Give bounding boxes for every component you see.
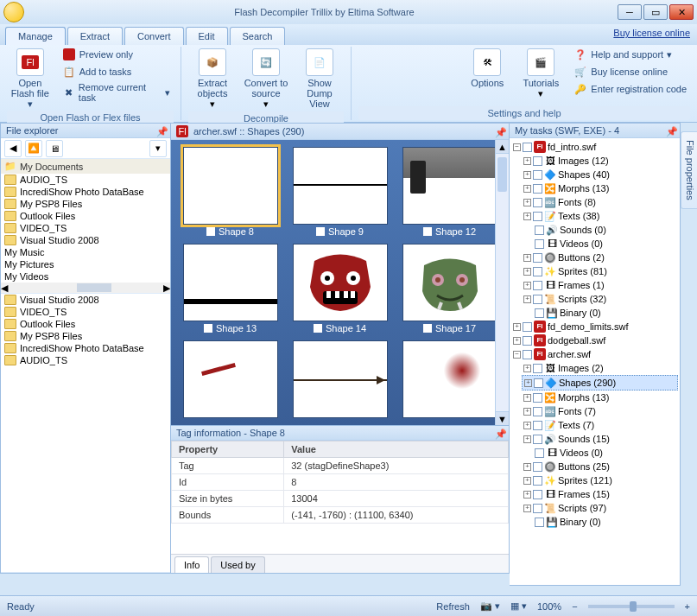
checkbox[interactable] xyxy=(533,295,542,304)
shape-thumbnail[interactable]: Shape 13 xyxy=(178,244,282,335)
maximize-button[interactable]: ▭ xyxy=(643,4,668,20)
expander-icon[interactable]: + xyxy=(523,505,531,512)
tab-manage[interactable]: Manage xyxy=(5,27,66,45)
fe-up-button[interactable]: 🔼 xyxy=(25,140,42,157)
folder-item[interactable]: AUDIO_TS xyxy=(1,174,170,186)
task-category[interactable]: +✨Sprites (81) xyxy=(522,264,678,278)
refresh-button[interactable]: Refresh xyxy=(436,601,470,612)
checkbox[interactable] xyxy=(533,184,542,194)
checkbox[interactable] xyxy=(533,393,542,403)
task-category[interactable]: 🎞Videos (0) xyxy=(522,237,678,251)
checkbox[interactable] xyxy=(533,267,542,276)
tab-convert[interactable]: Convert xyxy=(124,27,184,45)
checkbox[interactable] xyxy=(533,198,542,207)
scroll-down-button[interactable]: ▼ xyxy=(496,411,509,425)
checkbox[interactable] xyxy=(535,518,544,527)
folder-item[interactable]: My Music xyxy=(1,246,170,258)
task-category[interactable]: 🎞Videos (0) xyxy=(522,446,678,460)
fe-desktop-button[interactable]: 🖥 xyxy=(46,140,63,157)
expander-icon[interactable]: + xyxy=(523,199,531,206)
folder-item[interactable]: VIDEO_TS xyxy=(1,222,170,234)
shape-checkbox[interactable] xyxy=(204,324,212,333)
expander-icon[interactable]: + xyxy=(523,491,531,499)
task-category[interactable]: +🔀Morphs (13) xyxy=(522,181,678,195)
scroll-up-button[interactable]: ▲ xyxy=(496,140,509,154)
task-category[interactable]: +🔀Morphs (13) xyxy=(522,391,678,404)
task-category[interactable]: +🎞Frames (1) xyxy=(522,278,678,292)
expander-icon[interactable]: + xyxy=(523,477,531,485)
checkbox[interactable] xyxy=(535,308,544,318)
folder-item[interactable]: Outlook Files xyxy=(1,318,170,330)
expander-icon[interactable]: + xyxy=(523,213,531,220)
convert-to-source-button[interactable]: 🔄Convert to source ▾ xyxy=(242,47,290,111)
expander-icon[interactable]: + xyxy=(523,394,531,402)
shape-thumbnail[interactable]: Shape 17 xyxy=(397,244,502,335)
checkbox[interactable] xyxy=(533,476,542,486)
task-category[interactable]: +📜Scripts (32) xyxy=(522,292,678,306)
folder-item[interactable]: My Pictures xyxy=(1,258,170,270)
folder-item[interactable]: My Videos xyxy=(1,270,170,283)
shape-checkbox[interactable] xyxy=(423,227,432,236)
checkbox[interactable] xyxy=(533,490,542,499)
checkbox[interactable] xyxy=(535,239,544,249)
zoom-slider[interactable] xyxy=(588,605,675,608)
shape-thumbnail[interactable] xyxy=(288,340,392,418)
expander-icon[interactable]: + xyxy=(513,323,521,331)
enter-reg-code-button[interactable]: 🔑Enter registration code xyxy=(570,81,690,97)
task-category[interactable]: +🔷Shapes (290) xyxy=(522,375,678,391)
expander-icon[interactable]: + xyxy=(523,254,531,262)
checkbox[interactable] xyxy=(533,462,542,472)
expander-icon[interactable]: + xyxy=(523,282,531,289)
folder-item[interactable]: IncrediShow Photo DataBase xyxy=(1,186,170,198)
file-properties-tab[interactable]: File properties xyxy=(681,131,697,209)
buy-license-link[interactable]: Buy license online xyxy=(613,28,690,38)
fe-back-button[interactable]: ◀ xyxy=(4,140,22,157)
checkbox[interactable] xyxy=(533,364,542,373)
checkbox[interactable] xyxy=(523,350,532,359)
task-category[interactable]: +✨Sprites (121) xyxy=(522,473,678,487)
minimize-button[interactable]: ─ xyxy=(618,4,642,20)
task-category[interactable]: +🔊Sounds (15) xyxy=(522,432,678,446)
expander-icon[interactable]: + xyxy=(523,268,531,276)
scroll-thumb[interactable] xyxy=(497,157,507,192)
task-category[interactable]: +🎞Frames (15) xyxy=(522,487,678,501)
expander-icon[interactable]: + xyxy=(523,171,531,179)
remove-task-button[interactable]: ✖Remove current task ▾ xyxy=(59,81,174,104)
zoom-in-button[interactable]: + xyxy=(685,601,690,612)
folder-item[interactable]: My PSP8 Files xyxy=(1,330,170,342)
task-category[interactable]: +🔘Buttons (25) xyxy=(522,460,678,473)
checkbox[interactable] xyxy=(523,336,532,346)
pin-icon[interactable]: 📌 xyxy=(666,126,675,135)
checkbox[interactable] xyxy=(533,421,542,430)
show-dump-button[interactable]: 📄Show Dump View xyxy=(295,47,344,111)
task-category[interactable]: 🔊Sounds (0) xyxy=(522,223,678,237)
task-category[interactable]: +🔤Fonts (8) xyxy=(522,195,678,209)
shape-checkbox[interactable] xyxy=(316,227,325,236)
expander-icon[interactable]: + xyxy=(523,185,531,193)
expander-icon[interactable]: + xyxy=(523,295,531,303)
folder-item[interactable]: Visual Studio 2008 xyxy=(1,294,170,306)
shape-checkbox[interactable] xyxy=(314,324,322,333)
tutorials-button[interactable]: 🎬Tutorials ▾ xyxy=(516,47,565,106)
extract-objects-button[interactable]: 📦Extract objects ▾ xyxy=(188,47,237,111)
checkbox[interactable] xyxy=(523,322,532,332)
checkbox[interactable] xyxy=(533,253,542,263)
help-button[interactable]: ❓Help and support ▾ xyxy=(570,47,690,62)
expander-icon[interactable]: + xyxy=(524,379,532,387)
checkbox[interactable] xyxy=(533,170,542,180)
preview-only-button[interactable]: Preview only xyxy=(59,47,174,62)
add-to-tasks-button[interactable]: 📋Add to tasks xyxy=(59,64,174,79)
shape-checkbox[interactable] xyxy=(206,227,215,236)
checkbox[interactable] xyxy=(533,504,542,513)
checkbox[interactable] xyxy=(535,225,544,235)
my-documents-folder[interactable]: 📁 My Documents xyxy=(1,159,170,174)
shape-thumbnail[interactable]: Shape 9 xyxy=(288,147,392,238)
tag-tab-usedby[interactable]: Used by xyxy=(211,556,264,573)
shape-thumbnail[interactable] xyxy=(397,340,502,418)
folder-item[interactable]: AUDIO_TS xyxy=(1,354,170,366)
expander-icon[interactable]: + xyxy=(523,463,531,471)
tab-extract[interactable]: Extract xyxy=(67,27,123,45)
options-button[interactable]: 🛠Options xyxy=(463,47,511,106)
task-file[interactable]: +Fldodgeball.swf xyxy=(511,333,678,347)
task-category[interactable]: +🖼Images (12) xyxy=(522,154,678,168)
